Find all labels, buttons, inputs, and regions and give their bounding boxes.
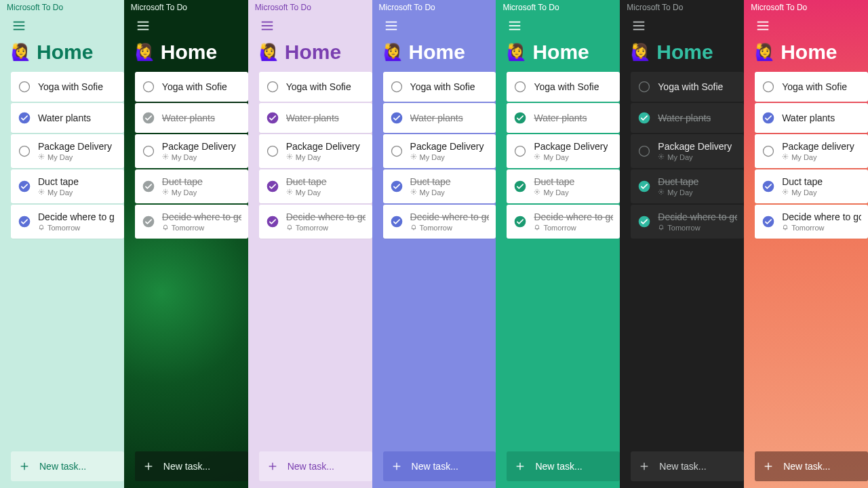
new-task-input[interactable]: New task... bbox=[507, 451, 620, 481]
checkbox-unchecked-icon[interactable] bbox=[762, 80, 775, 94]
task-row[interactable]: Decide where to go foTomorrow bbox=[383, 205, 496, 239]
checkbox-unchecked-icon[interactable] bbox=[637, 144, 651, 158]
svg-point-5 bbox=[20, 146, 30, 157]
task-row[interactable]: Water plants bbox=[631, 103, 744, 133]
checkbox-unchecked-icon[interactable] bbox=[513, 80, 527, 94]
bell-icon bbox=[410, 224, 417, 232]
checkbox-unchecked-icon[interactable] bbox=[390, 144, 403, 158]
task-row[interactable]: Yoga with Sofie bbox=[631, 72, 744, 102]
checkbox-checked-icon[interactable] bbox=[762, 215, 775, 228]
new-task-input[interactable]: New task... bbox=[135, 451, 248, 481]
task-title: Decide where to g bbox=[38, 211, 115, 222]
meta-label: My Day bbox=[172, 153, 197, 161]
checkbox-unchecked-icon[interactable] bbox=[18, 144, 31, 158]
task-row[interactable]: Decide where to go forTomorrow bbox=[259, 205, 372, 239]
checkbox-unchecked-icon[interactable] bbox=[266, 80, 279, 94]
svg-line-151 bbox=[659, 155, 660, 155]
task-row[interactable]: Decide where to go foTomorrow bbox=[135, 205, 248, 239]
task-row[interactable]: Decide where to go for thTomorrow bbox=[631, 205, 744, 239]
task-row[interactable]: Decide where to gTomorrow bbox=[11, 205, 124, 239]
checkbox-checked-icon[interactable] bbox=[390, 111, 403, 125]
task-row[interactable]: Decide where to go foTomorrow bbox=[507, 205, 620, 239]
task-row[interactable]: Yoga with Sofie bbox=[383, 72, 496, 102]
menu-icon[interactable] bbox=[502, 14, 527, 38]
checkbox-unchecked-icon[interactable] bbox=[142, 144, 155, 158]
task-row[interactable]: Package DeliveryMy Day bbox=[135, 134, 248, 168]
svg-point-16 bbox=[41, 191, 43, 193]
checkbox-checked-icon[interactable] bbox=[266, 111, 279, 125]
checkbox-checked-icon[interactable] bbox=[18, 111, 31, 125]
task-row[interactable]: Package DeliveryMy Day bbox=[631, 134, 744, 168]
menu-icon[interactable] bbox=[627, 14, 651, 38]
checkbox-checked-icon[interactable] bbox=[266, 180, 279, 193]
task-row[interactable]: Yoga with Sofie bbox=[259, 72, 372, 102]
task-row[interactable]: Package DeliveryMy Day bbox=[507, 134, 620, 168]
task-row[interactable]: Package DeliveryMy Day bbox=[383, 134, 496, 168]
checkbox-checked-icon[interactable] bbox=[18, 180, 31, 193]
avatar-icon: 🙋‍♀️ bbox=[631, 44, 651, 60]
checkbox-checked-icon[interactable] bbox=[637, 215, 651, 228]
svg-line-69 bbox=[291, 155, 292, 155]
sun-icon bbox=[286, 188, 293, 197]
new-task-input[interactable]: New task... bbox=[11, 451, 124, 481]
menu-icon[interactable] bbox=[7, 14, 31, 38]
checkbox-unchecked-icon[interactable] bbox=[762, 144, 775, 158]
task-row[interactable]: Package deliveryMy Day bbox=[755, 134, 868, 168]
task-row[interactable]: Duct tapeMy Day bbox=[383, 169, 496, 203]
task-row[interactable]: Water plants bbox=[755, 103, 868, 133]
task-row[interactable]: Water plants bbox=[135, 103, 248, 133]
checkbox-checked-icon[interactable] bbox=[762, 111, 775, 125]
task-row[interactable]: Duct tapeMy Day bbox=[631, 169, 744, 203]
task-row[interactable]: Package DeliveryMy Day bbox=[11, 134, 124, 168]
checkbox-unchecked-icon[interactable] bbox=[513, 144, 527, 158]
checkbox-checked-icon[interactable] bbox=[513, 111, 527, 125]
checkbox-unchecked-icon[interactable] bbox=[266, 144, 279, 158]
checkbox-unchecked-icon[interactable] bbox=[18, 80, 31, 94]
checkbox-checked-icon[interactable] bbox=[266, 215, 279, 228]
sun-icon bbox=[410, 188, 417, 197]
menu-icon[interactable] bbox=[379, 14, 403, 38]
menu-icon[interactable] bbox=[751, 14, 775, 38]
new-task-input[interactable]: New task... bbox=[259, 451, 372, 481]
task-title: Package Delivery bbox=[162, 141, 236, 152]
new-task-input[interactable]: New task... bbox=[631, 451, 744, 481]
checkbox-checked-icon[interactable] bbox=[513, 180, 527, 193]
task-row[interactable]: Yoga with Sofie bbox=[11, 72, 124, 102]
checkbox-checked-icon[interactable] bbox=[637, 111, 651, 125]
svg-line-153 bbox=[663, 155, 663, 155]
task-row[interactable]: Duct tapeMy Day bbox=[11, 169, 124, 203]
checkbox-checked-icon[interactable] bbox=[513, 215, 527, 228]
checkbox-checked-icon[interactable] bbox=[142, 111, 155, 125]
task-row[interactable]: Duct tapeMy Day bbox=[507, 169, 620, 203]
task-row[interactable]: Yoga with Sofie bbox=[755, 72, 868, 102]
checkbox-unchecked-icon[interactable] bbox=[390, 80, 403, 94]
task-title: Yoga with Sofie bbox=[658, 81, 723, 92]
task-row[interactable]: Duct tapeMy Day bbox=[755, 169, 868, 203]
checkbox-checked-icon[interactable] bbox=[390, 215, 403, 228]
checkbox-checked-icon[interactable] bbox=[637, 180, 651, 193]
task-row[interactable]: Yoga with Sofie bbox=[135, 72, 248, 102]
task-row[interactable]: Water plants bbox=[11, 103, 124, 133]
menu-icon[interactable] bbox=[131, 14, 155, 38]
task-row[interactable]: Duct tapeMy Day bbox=[135, 169, 248, 203]
sun-icon bbox=[162, 188, 169, 197]
task-row[interactable]: Water plants bbox=[383, 103, 496, 133]
menu-icon[interactable] bbox=[255, 14, 279, 38]
task-row[interactable]: Package DeliveryMy Day bbox=[259, 134, 372, 168]
task-row[interactable]: Water plants bbox=[507, 103, 620, 133]
checkbox-checked-icon[interactable] bbox=[142, 180, 155, 193]
task-title: Duct tape bbox=[162, 176, 203, 187]
checkbox-checked-icon[interactable] bbox=[142, 215, 155, 228]
checkbox-unchecked-icon[interactable] bbox=[142, 80, 155, 94]
task-row[interactable]: Decide where to go foTomorrow bbox=[755, 205, 868, 239]
task-row[interactable]: Duct tapeMy Day bbox=[259, 169, 372, 203]
new-task-input[interactable]: New task... bbox=[383, 451, 496, 481]
checkbox-checked-icon[interactable] bbox=[18, 215, 31, 228]
new-task-input[interactable]: New task... bbox=[755, 451, 868, 481]
checkbox-unchecked-icon[interactable] bbox=[637, 80, 651, 94]
svg-point-115 bbox=[515, 82, 526, 92]
checkbox-checked-icon[interactable] bbox=[390, 180, 403, 193]
checkbox-checked-icon[interactable] bbox=[762, 180, 775, 193]
task-row[interactable]: Water plants bbox=[259, 103, 372, 133]
task-row[interactable]: Yoga with Sofie bbox=[507, 72, 620, 102]
